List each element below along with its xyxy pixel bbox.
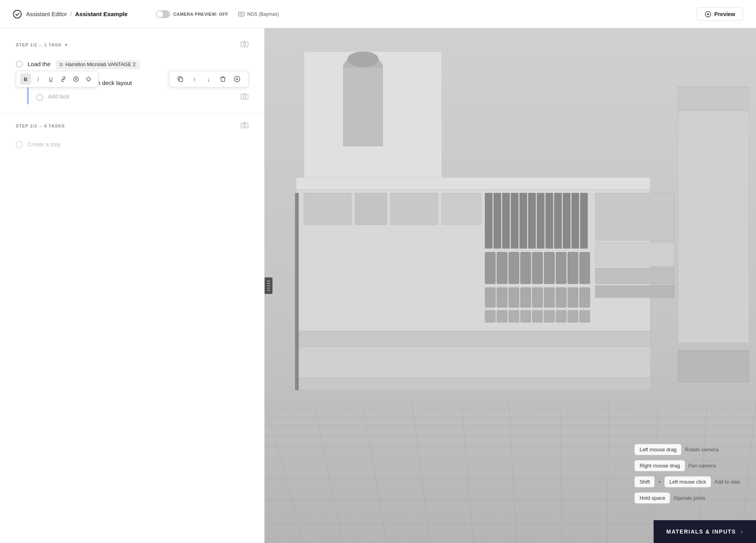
task-1-item: Load the ⧉ Hamilton Microlab VANTAGE 2 B… (16, 57, 248, 72)
svg-rect-12 (241, 94, 248, 99)
svg-rect-49 (520, 193, 527, 248)
svg-rect-8 (179, 78, 183, 81)
add-task-camera-button[interactable] (241, 93, 248, 101)
task-1-chip[interactable]: ⧉ Hamilton Microlab VANTAGE 2 (56, 60, 140, 69)
svg-rect-67 (497, 288, 507, 307)
create-step-radio[interactable] (16, 141, 23, 148)
hint-right-drag-key: Right mouse drag (634, 460, 685, 471)
add-task-radio[interactable] (36, 94, 43, 101)
header: Assistant Editor / Assistant Example CAM… (0, 0, 756, 28)
add-task-placeholder[interactable]: Add task (48, 93, 69, 100)
svg-rect-45 (485, 193, 492, 248)
svg-point-13 (243, 96, 246, 98)
svg-rect-80 (544, 310, 554, 322)
step-2-header-left: STEP 2/2 -- 0 TASKS (16, 124, 65, 128)
svg-rect-51 (537, 193, 544, 248)
svg-rect-74 (580, 288, 590, 307)
svg-rect-54 (563, 193, 570, 248)
svg-rect-50 (528, 193, 536, 248)
svg-rect-63 (556, 252, 566, 284)
preview-label: Preview (714, 11, 735, 17)
svg-rect-46 (494, 193, 501, 248)
create-step-row: Create a step (16, 138, 248, 151)
italic-button[interactable]: i (33, 74, 44, 85)
svg-rect-60 (521, 252, 531, 284)
materials-inputs-button[interactable]: MATERIALS & INPUTS › (654, 520, 756, 543)
svg-rect-59 (509, 252, 519, 284)
svg-rect-85 (595, 242, 674, 266)
ngs-badge: NGS (Baymax) (238, 11, 279, 18)
camera-preview-label: CAMERA PREVIEW: OFF (173, 12, 228, 17)
bold-button[interactable]: B (20, 74, 31, 85)
move-down-button[interactable]: ↓ (203, 74, 214, 85)
svg-rect-79 (532, 310, 543, 322)
add-button[interactable] (232, 74, 243, 85)
svg-rect-40 (343, 67, 383, 146)
copy-button[interactable] (175, 74, 186, 85)
step-2-camera-button[interactable] (241, 122, 248, 130)
svg-rect-73 (568, 288, 578, 307)
step-1-camera-button[interactable] (241, 41, 248, 49)
svg-rect-43 (296, 331, 650, 347)
svg-rect-55 (572, 193, 579, 248)
action-toolbar: ↑ ↓ (169, 71, 248, 87)
svg-rect-91 (355, 193, 387, 225)
svg-rect-48 (511, 193, 518, 248)
viewport[interactable]: Left mouse drag Rotate camera Right mous… (265, 28, 756, 543)
svg-rect-82 (568, 310, 578, 322)
svg-point-0 (13, 10, 21, 18)
hint-add-to-step: Shift + Left mouse click Add to step (634, 476, 740, 488)
svg-rect-86 (595, 268, 674, 284)
circle-x-icon (73, 76, 79, 82)
hint-pan: Right mouse drag Pan camera (634, 460, 740, 471)
svg-rect-68 (509, 288, 519, 307)
camera-preview-toggle[interactable] (156, 10, 170, 18)
chip-icon: ⧉ (59, 61, 63, 68)
ngs-icon (238, 11, 245, 18)
hint-shift-key: Shift (634, 476, 655, 488)
left-panel: STEP 1/2 -- 1 TASK ▾ Load the (0, 28, 265, 543)
step-1-dropdown-icon[interactable]: ▾ (65, 42, 67, 48)
svg-rect-52 (546, 193, 553, 248)
remove-format-button[interactable] (70, 74, 82, 85)
svg-rect-14 (241, 123, 248, 128)
step-1-section: STEP 1/2 -- 1 TASK ▾ Load the (0, 28, 264, 114)
hint-pan-desc: Pan camera (688, 463, 716, 469)
camera-hints: Left mouse drag Rotate camera Right mous… (634, 444, 740, 504)
svg-rect-92 (391, 193, 438, 225)
svg-rect-90 (304, 193, 351, 225)
svg-rect-83 (580, 310, 590, 322)
ngs-label: NGS (Baymax) (247, 11, 279, 17)
materials-chevron-icon: › (741, 528, 743, 535)
camera-preview-toggle-container: CAMERA PREVIEW: OFF (156, 10, 228, 18)
svg-rect-76 (497, 310, 507, 322)
add-task-item: Add task (36, 90, 248, 104)
step-2-header: STEP 2/2 -- 0 TASKS (16, 122, 248, 130)
create-step-placeholder[interactable]: Create a step (28, 141, 61, 148)
hint-rotate-desc: Rotate camera (685, 447, 718, 452)
delete-button[interactable] (217, 74, 228, 85)
underline-button[interactable]: U (45, 74, 56, 85)
move-up-button[interactable]: ↑ (189, 74, 200, 85)
svg-rect-65 (580, 252, 590, 284)
app-logo: Assistant Editor / Assistant Example (13, 9, 128, 19)
svg-rect-57 (485, 252, 495, 284)
svg-rect-75 (485, 310, 495, 322)
step-2-section: STEP 2/2 -- 0 TASKS Create a step (0, 114, 264, 161)
task-1-prefix: Load the (28, 61, 50, 67)
svg-rect-7 (86, 77, 91, 81)
side-ruler (265, 277, 272, 294)
format-more-button[interactable] (83, 74, 94, 85)
preview-button[interactable]: Preview (697, 7, 743, 21)
play-icon (705, 11, 711, 17)
hint-hold-space-key: Hold space (634, 492, 670, 504)
svg-point-41 (347, 52, 379, 67)
task-1-chip-label: Hamilton Microlab VANTAGE 2 (65, 61, 136, 68)
task-1-radio[interactable] (16, 61, 23, 68)
step-1-label: STEP 1/2 -- 1 TASK (16, 42, 62, 47)
hint-joints-desc: Operate joints (673, 495, 705, 501)
link-button[interactable] (58, 74, 69, 85)
svg-rect-81 (556, 310, 566, 322)
svg-rect-64 (568, 252, 578, 284)
svg-point-5 (243, 43, 246, 46)
